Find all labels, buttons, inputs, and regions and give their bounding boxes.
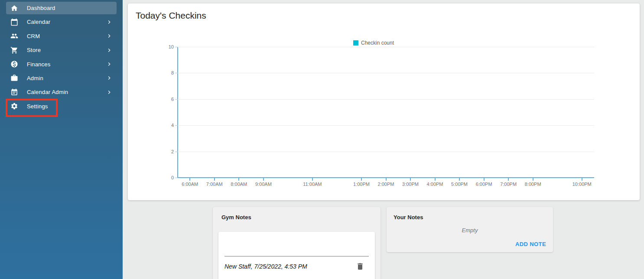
gridline-y-6	[178, 99, 594, 100]
your-notes-card: Your Notes Empty ADD NOTE	[387, 207, 553, 252]
sidebar-item-label: CRM	[27, 33, 40, 39]
x-tick-1:00PM	[361, 178, 362, 181]
y-tick-label-0: 0	[171, 175, 174, 180]
sidebar-item-label: Calendar	[27, 19, 50, 25]
x-tick-label-1:00PM: 1:00PM	[353, 182, 370, 187]
sidebar-item-label: Settings	[27, 103, 48, 110]
x-tick-label-7:00AM: 7:00AM	[206, 182, 223, 187]
x-tick-3:00PM	[410, 178, 411, 181]
trash-icon	[356, 262, 364, 271]
sidebar-item-label: Finances	[27, 61, 50, 68]
your-notes-title: Your Notes	[387, 207, 553, 221]
sidebar-item-label: Dashboard	[27, 5, 55, 11]
gym-notes-card: Gym Notes New Staff, 7/25/2022, 4:53 PM	[213, 207, 381, 279]
y-tick-label-8: 8	[171, 70, 174, 75]
home-icon	[10, 4, 18, 12]
dollar-circle-icon	[10, 60, 18, 68]
sidebar-item-admin[interactable]: Admin	[6, 72, 117, 84]
x-tick-label-11:00AM: 11:00AM	[303, 182, 322, 187]
submenu-indicator	[106, 32, 113, 39]
new-note-input[interactable]	[224, 232, 369, 256]
submenu-indicator	[106, 47, 113, 54]
briefcase-icon	[10, 74, 18, 82]
chevron-right-icon	[106, 19, 113, 26]
calendar-icon	[10, 18, 18, 26]
x-tick-label-4:00PM: 4:00PM	[427, 182, 443, 187]
x-tick-label-7:00PM: 7:00PM	[500, 182, 517, 187]
sidebar-item-label: Calendar Admin	[27, 89, 68, 95]
x-tick-2:00PM	[386, 178, 387, 181]
x-tick-5:00PM	[459, 178, 460, 181]
sidebar-item-label: Store	[27, 47, 41, 53]
gridline-y-8	[178, 73, 594, 73]
y-tick-6	[175, 99, 178, 100]
x-tick-7:00PM	[508, 178, 509, 181]
chart-title: Today's Checkins	[136, 10, 206, 21]
x-tick-label-10:00PM: 10:00PM	[572, 182, 592, 187]
x-tick-label-6:00PM: 6:00PM	[476, 182, 492, 187]
your-notes-empty-label: Empty	[387, 227, 553, 234]
y-tick-label-10: 10	[169, 44, 174, 49]
y-tick-label-4: 4	[171, 123, 174, 128]
x-tick-10:00PM	[582, 178, 582, 181]
x-tick-label-2:00PM: 2:00PM	[378, 182, 394, 187]
y-tick-10	[175, 47, 178, 47]
legend-label: Checkin count	[361, 40, 394, 46]
sidebar-item-calendar[interactable]: Calendar	[6, 16, 117, 28]
y-tick-label-6: 6	[171, 97, 174, 102]
x-tick-label-3:00PM: 3:00PM	[402, 182, 419, 187]
sidebar: DashboardCalendarCRMStoreFinancesAdminCa…	[0, 0, 123, 279]
calendar-note-icon	[10, 88, 18, 96]
sidebar-item-settings[interactable]: Settings	[6, 100, 117, 113]
chevron-right-icon	[106, 61, 113, 68]
y-tick-8	[175, 73, 178, 73]
gridline-y-2	[178, 152, 594, 152]
submenu-indicator	[106, 61, 113, 68]
x-tick-label-9:00AM: 9:00AM	[255, 182, 272, 187]
gym-note-paper: New Staff, 7/25/2022, 4:53 PM	[218, 232, 375, 279]
x-tick-label-6:00AM: 6:00AM	[182, 182, 198, 187]
sidebar-item-store[interactable]: Store	[6, 44, 117, 56]
x-tick-label-8:00AM: 8:00AM	[231, 182, 247, 187]
sidebar-item-calendar-admin[interactable]: Calendar Admin	[6, 86, 117, 98]
submenu-indicator	[106, 75, 113, 81]
x-tick-8:00PM	[533, 178, 533, 181]
x-tick-6:00PM	[484, 178, 485, 181]
gym-notes-title: Gym Notes	[213, 207, 381, 221]
gear-icon	[10, 102, 18, 110]
x-tick-9:00AM	[263, 178, 264, 181]
delete-note-button[interactable]	[356, 262, 364, 271]
chevron-right-icon	[106, 32, 113, 39]
sidebar-item-dashboard[interactable]: Dashboard	[6, 2, 117, 14]
gridline-y-4	[178, 125, 594, 126]
y-tick-4	[175, 125, 178, 126]
y-tick-label-2: 2	[171, 149, 174, 154]
add-note-button[interactable]: ADD NOTE	[515, 241, 546, 247]
x-tick-label-5:00PM: 5:00PM	[451, 182, 468, 187]
people-icon	[10, 32, 18, 40]
shopping-cart-icon	[10, 46, 18, 54]
sidebar-nav: DashboardCalendarCRMStoreFinancesAdminCa…	[0, 2, 123, 113]
x-tick-8:00AM	[238, 178, 239, 181]
sidebar-item-label: Admin	[27, 75, 43, 81]
x-tick-11:00AM	[312, 178, 313, 181]
y-tick-0	[175, 178, 178, 178]
y-axis-line	[177, 47, 178, 178]
x-tick-7:00AM	[214, 178, 215, 181]
legend-swatch-checkin-count	[353, 40, 358, 45]
sidebar-item-finances[interactable]: Finances	[6, 58, 117, 71]
chevron-right-icon	[106, 47, 113, 54]
chart-legend: Checkin count	[353, 40, 394, 46]
gridline-y-10	[178, 47, 594, 47]
checkins-chart-plot: 02468106:00AM7:00AM8:00AM9:00AM11:00AM1:…	[178, 47, 594, 178]
submenu-indicator	[106, 89, 113, 96]
chevron-right-icon	[106, 89, 113, 96]
note-entry: New Staff, 7/25/2022, 4:53 PM	[218, 256, 375, 271]
y-tick-2	[175, 152, 178, 152]
sidebar-item-crm[interactable]: CRM	[6, 30, 117, 42]
submenu-indicator	[106, 19, 113, 26]
x-tick-label-8:00PM: 8:00PM	[525, 182, 541, 187]
x-tick-6:00AM	[189, 178, 190, 181]
x-tick-4:00PM	[435, 178, 436, 181]
note-entry-text: New Staff, 7/25/2022, 4:53 PM	[224, 263, 307, 270]
